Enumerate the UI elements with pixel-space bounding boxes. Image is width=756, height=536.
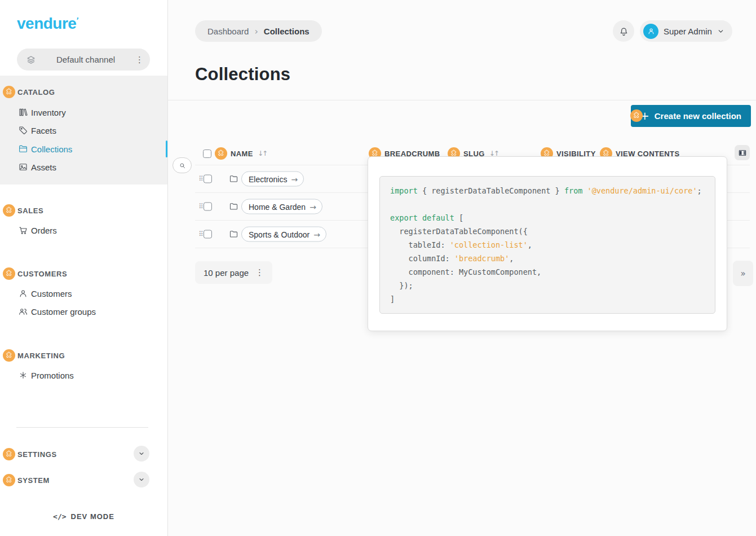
- next-page-button[interactable]: »: [733, 261, 753, 286]
- user-name: Super Admin: [664, 27, 712, 36]
- per-page-label: 10 per page: [204, 268, 249, 278]
- section-label: SALES: [17, 207, 43, 215]
- section-label: CUSTOMERS: [17, 270, 67, 278]
- sidebar-item-orders[interactable]: Orders: [0, 223, 167, 237]
- notifications-button[interactable]: [613, 20, 634, 42]
- code-line: export default [: [390, 211, 705, 225]
- channel-switcher[interactable]: Default channel ⋮: [17, 49, 150, 71]
- vendure-logo[interactable]: vendure’: [17, 15, 79, 33]
- puzzle-icon: [545, 150, 549, 156]
- sidebar-item-inventory[interactable]: Inventory: [0, 106, 167, 119]
- collection-name-chip[interactable]: Sports & Outdoor→: [241, 227, 326, 242]
- code-line: tableId: 'collection-list',: [390, 238, 705, 252]
- collection-name-chip[interactable]: Electronics→: [241, 172, 304, 187]
- collection-name-chip[interactable]: Home & Garden→: [241, 199, 322, 214]
- logo-trademark: ’: [76, 16, 78, 24]
- system-expand-button[interactable]: [134, 472, 149, 487]
- arrow-right-icon: →: [291, 174, 298, 183]
- dev-mode-label: DEV MODE: [71, 512, 114, 521]
- sidebar-item-label: Customers: [31, 289, 72, 298]
- dev-plugin-badge[interactable]: [215, 147, 227, 160]
- sidebar: vendure’ Default channel ⋮ CATALOG Inven…: [0, 0, 168, 536]
- books-icon: [18, 107, 28, 117]
- header-divider: [168, 100, 756, 100]
- column-settings-button[interactable]: [735, 145, 750, 160]
- sidebar-item-label: Facets: [31, 126, 56, 135]
- puzzle-icon: [373, 150, 377, 156]
- chevron-down-icon: [138, 450, 145, 457]
- puzzle-icon: [7, 207, 11, 213]
- column-label: NAME: [231, 150, 253, 158]
- sidebar-section-customers: CUSTOMERS: [0, 267, 167, 280]
- create-new-collection-button[interactable]: + Create new collection: [631, 105, 751, 127]
- dev-plugin-badge[interactable]: [630, 109, 643, 122]
- cart-icon: [18, 225, 28, 235]
- sort-icon[interactable]: ↓↑: [258, 150, 267, 157]
- table-search-button[interactable]: [173, 157, 192, 173]
- column-header-name[interactable]: NAME ↓↑: [203, 147, 267, 160]
- channel-label: Default channel: [36, 55, 135, 64]
- puzzle-icon: [634, 112, 639, 118]
- puzzle-icon: [219, 150, 223, 156]
- breadcrumb-dashboard[interactable]: Dashboard: [207, 27, 249, 36]
- select-all-checkbox[interactable]: [203, 150, 211, 158]
- bell-icon: [618, 26, 629, 37]
- page-title: Collections: [195, 64, 290, 85]
- sidebar-item-customers[interactable]: Customers: [0, 287, 167, 300]
- sidebar-item-label: Promotions: [31, 371, 74, 380]
- dev-plugin-badge[interactable]: [3, 204, 15, 217]
- section-label: CATALOG: [17, 88, 55, 96]
- chevron-down-icon: [717, 28, 724, 35]
- sidebar-item-facets[interactable]: Facets: [0, 124, 167, 137]
- code-line: component: MyCustomComponent,: [390, 265, 705, 279]
- code-line: columnId: 'breadcrumb',: [390, 252, 705, 265]
- puzzle-icon: [7, 477, 11, 482]
- sidebar-item-label: Collections: [31, 144, 72, 154]
- row-checkbox[interactable]: [204, 203, 212, 211]
- collection-name: Sports & Outdoor: [249, 230, 310, 239]
- drag-handle-icon[interactable]: ⠿: [198, 230, 204, 238]
- main-content: Dashboard › Collections Super Admin Coll…: [168, 0, 756, 536]
- puzzle-icon: [452, 150, 456, 156]
- dev-plugin-badge[interactable]: [3, 267, 15, 280]
- chevron-down-icon: [138, 476, 145, 483]
- create-button-label: Create new collection: [655, 111, 741, 121]
- user-icon: [18, 288, 28, 298]
- section-label: SYSTEM: [17, 476, 50, 485]
- puzzle-icon: [7, 89, 11, 94]
- drag-handle-icon[interactable]: ⠿: [198, 175, 204, 183]
- sidebar-item-collections[interactable]: Collections: [0, 142, 167, 156]
- row-checkbox[interactable]: [204, 175, 212, 183]
- sidebar-item-assets[interactable]: Assets: [0, 160, 167, 174]
- dev-plugin-badge[interactable]: [3, 448, 15, 460]
- layers-icon: [26, 55, 36, 65]
- section-label: MARKETING: [17, 352, 65, 360]
- dev-plugin-badge[interactable]: [3, 349, 15, 362]
- users-icon: [18, 306, 28, 317]
- sidebar-item-label: Assets: [31, 162, 56, 172]
- puzzle-icon: [604, 150, 608, 156]
- settings-expand-button[interactable]: [134, 446, 149, 462]
- dev-mode-toggle[interactable]: </> DEV MODE: [0, 512, 167, 521]
- drag-handle-icon[interactable]: ⠿: [198, 203, 204, 210]
- row-checkbox[interactable]: [204, 230, 212, 239]
- sidebar-section-marketing: MARKETING: [0, 349, 167, 362]
- person-icon: [647, 27, 656, 36]
- code-line: ]: [390, 292, 705, 306]
- folder-icon: [18, 144, 28, 154]
- items-per-page-select[interactable]: 10 per page ⋮: [195, 261, 272, 284]
- dev-plugin-badge[interactable]: [3, 474, 15, 486]
- code-brackets-icon: </>: [53, 512, 66, 521]
- breadcrumb-collections: Collections: [264, 27, 310, 36]
- channel-menu-kebab-icon[interactable]: ⋮: [135, 55, 142, 65]
- puzzle-icon: [7, 451, 11, 456]
- dev-mode-code-popover: import { registerDataTableComponent } fr…: [368, 156, 727, 331]
- arrow-right-icon: →: [310, 202, 316, 211]
- sidebar-divider: [16, 427, 148, 428]
- sidebar-item-promotions[interactable]: Promotions: [0, 368, 167, 382]
- sidebar-item-customer-groups[interactable]: Customer groups: [0, 305, 167, 318]
- sidebar-item-label: Inventory: [31, 108, 66, 117]
- user-menu[interactable]: Super Admin: [640, 20, 732, 42]
- dev-plugin-badge[interactable]: [3, 86, 15, 98]
- avatar: [643, 24, 658, 39]
